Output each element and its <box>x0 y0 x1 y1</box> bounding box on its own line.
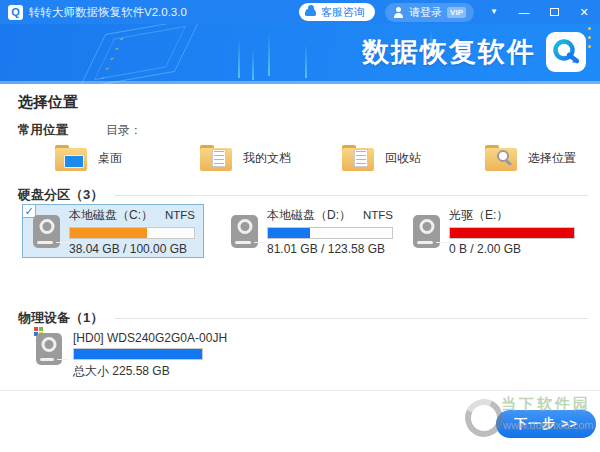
maximize-button[interactable] <box>544 0 564 24</box>
partition-size: 0 B / 2.00 GB <box>449 242 575 256</box>
partition-info: 本地磁盘（D:） NTFS 81.01 GB / 123.58 GB <box>267 207 393 256</box>
windows-pixels-icon <box>34 327 38 331</box>
devices-section-header: 物理设备（1） <box>18 309 588 327</box>
user-icon <box>393 7 404 18</box>
glow-line-decoration <box>238 38 240 78</box>
device-name: [HD0] WDS240G2G0A-00JH <box>73 331 227 345</box>
documents-folder-icon <box>200 145 232 171</box>
menu-dropdown-button[interactable]: ▼ <box>484 0 504 24</box>
app-logo-icon: Q <box>8 5 23 20</box>
brand-magnifier-logo-icon <box>546 32 586 72</box>
dot-decoration <box>588 27 591 30</box>
customer-service-button[interactable]: 客服咨询 <box>299 3 375 21</box>
dot-decoration <box>588 36 591 39</box>
device-info: [HD0] WDS240G2G0A-00JH 总大小 225.58 GB <box>73 327 227 380</box>
banner-bottom-strip <box>0 81 600 84</box>
partition-info: 光驱（E:） 0 B / 2.00 GB <box>449 207 575 256</box>
partition-info: 本地磁盘（C:） NTFS 38.04 GB / 100.00 GB <box>69 207 195 256</box>
header-banner: 数据恢复软件 <box>0 24 600 84</box>
glow-line-decoration <box>268 32 270 76</box>
usage-bar <box>449 227 575 239</box>
usage-bar <box>267 227 393 239</box>
location-label: 回收站 <box>385 150 421 167</box>
login-button[interactable]: 请登录 VIP <box>385 3 474 22</box>
location-label: 桌面 <box>98 150 122 167</box>
physical-device-hd0[interactable]: [HD0] WDS240G2G0A-00JH 总大小 225.58 GB <box>34 327 227 380</box>
desktop-screen-icon <box>64 155 84 168</box>
next-step-button[interactable]: 下一步 >> <box>496 410 596 438</box>
physical-disk-icon <box>34 327 64 367</box>
desktop-folder-icon <box>55 145 87 171</box>
filesystem-label: NTFS <box>165 209 195 221</box>
partition-card-e[interactable]: 光驱（E:） 0 B / 2.00 GB <box>402 204 584 258</box>
partition-card-d[interactable]: 本地磁盘（D:） NTFS 81.01 GB / 123.58 GB <box>220 204 402 258</box>
glow-line-decoration <box>252 50 254 80</box>
device-size: 总大小 225.58 GB <box>73 363 227 380</box>
usage-bar-fill <box>70 228 147 238</box>
location-browse[interactable]: 选择位置 <box>485 145 576 171</box>
document-page-icon <box>354 149 368 167</box>
dot-decoration <box>588 45 591 48</box>
location-label: 选择位置 <box>528 150 576 167</box>
glow-line-decoration <box>305 44 307 78</box>
location-label: 我的文档 <box>243 150 291 167</box>
footer: 下一步 >> 当下软件园 www.downxia.com <box>0 390 600 452</box>
banner-title: 数据恢复软件 <box>362 34 536 70</box>
hard-drive-icon <box>231 215 258 248</box>
partitions-section-header: 硬盘分区（3） <box>18 186 588 204</box>
page-title: 选择位置 <box>18 93 78 112</box>
capacity-bar <box>73 348 203 360</box>
titlebar-actions: 客服咨询 请登录 VIP ▼ — ✕ <box>299 0 594 24</box>
header-divider-line <box>115 195 588 196</box>
titlebar: Q 转转大师数据恢复软件V2.0.3.0 客服咨询 请登录 VIP ▼ — ✕ <box>0 0 600 24</box>
partitions-header-label: 硬盘分区（3） <box>18 186 103 204</box>
devices-header-label: 物理设备（1） <box>18 309 103 327</box>
main-content: 选择位置 常用位置 目录： 桌面 我的文档 回收站 选择位置 硬盘分区（3） ✓ <box>0 87 600 390</box>
check-icon: ✓ <box>24 206 33 217</box>
directory-label: 目录： <box>106 122 142 139</box>
location-desktop[interactable]: 桌面 <box>55 145 122 171</box>
usage-bar-fill <box>268 228 310 238</box>
customer-service-label: 客服咨询 <box>321 5 365 20</box>
header-divider-line <box>115 318 588 319</box>
close-button[interactable]: ✕ <box>574 0 594 24</box>
magnifier-icon <box>497 150 509 162</box>
partition-name: 本地磁盘（D:） <box>267 207 351 224</box>
customer-service-icon <box>305 8 316 16</box>
hard-drive-icon <box>33 215 60 248</box>
capacity-bar-fill <box>74 349 202 359</box>
usage-bar-fill <box>450 228 574 238</box>
partition-name: 本地磁盘（C:） <box>69 207 153 224</box>
optical-drive-icon <box>413 215 440 248</box>
browse-location-folder-icon <box>485 145 517 171</box>
usage-bar <box>69 227 195 239</box>
partitions-row: ✓ 本地磁盘（C:） NTFS 38.04 GB / 100.00 GB 本地磁… <box>0 204 600 260</box>
common-locations-label: 常用位置 <box>18 122 68 139</box>
document-page-icon <box>212 149 226 167</box>
recycle-bin-folder-icon <box>342 145 374 171</box>
common-locations-row: 桌面 我的文档 回收站 选择位置 <box>0 139 600 183</box>
vip-badge: VIP <box>447 7 466 18</box>
filesystem-label: NTFS <box>363 209 393 221</box>
minimize-button[interactable]: — <box>514 0 534 24</box>
partition-size: 81.01 GB / 123.58 GB <box>267 242 393 256</box>
partition-size: 38.04 GB / 100.00 GB <box>69 242 195 256</box>
partition-card-c[interactable]: ✓ 本地磁盘（C:） NTFS 38.04 GB / 100.00 GB <box>22 204 204 258</box>
maximize-icon <box>550 8 559 16</box>
partition-name: 光驱（E:） <box>449 207 508 224</box>
location-recycle-bin[interactable]: 回收站 <box>342 145 421 171</box>
common-locations-header: 常用位置 目录： <box>18 122 142 139</box>
app-title: 转转大师数据恢复软件V2.0.3.0 <box>29 5 187 20</box>
location-my-documents[interactable]: 我的文档 <box>200 145 291 171</box>
login-label: 请登录 <box>409 5 442 20</box>
hard-drive-icon <box>36 333 62 365</box>
logo-glyph: Q <box>11 6 20 18</box>
